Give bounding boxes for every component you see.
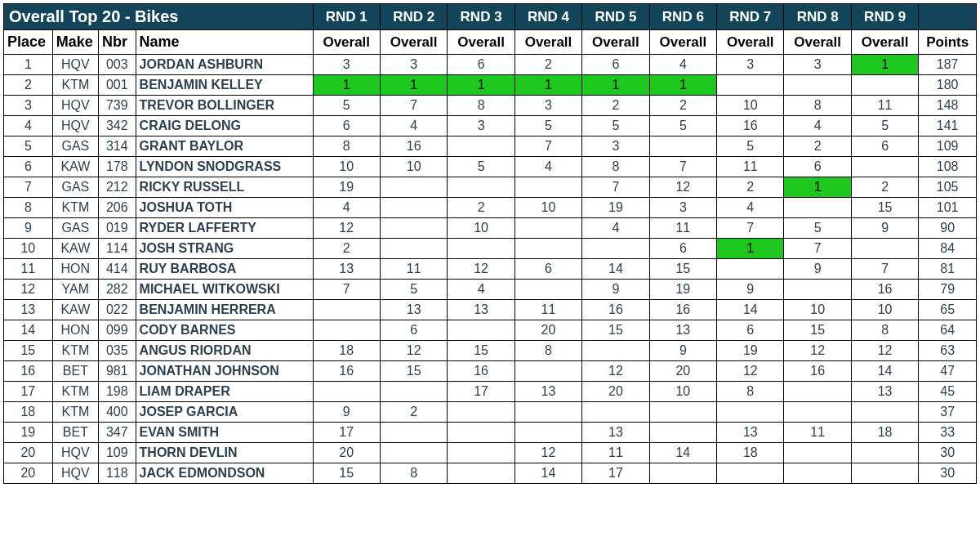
cell-rnd8 [784, 75, 851, 96]
cell-rnd6: 15 [649, 259, 716, 280]
cell-rnd7: 13 [717, 423, 784, 443]
cell-rnd9 [851, 463, 918, 484]
cell-rnd8 [784, 463, 851, 484]
cell-rnd2: 12 [380, 341, 447, 361]
cell-rnd2: 5 [380, 280, 447, 300]
cell-rnd9: 16 [851, 280, 918, 300]
cell-rnd1: 18 [313, 341, 380, 361]
cell-place: 7 [4, 177, 53, 198]
cell-rnd2 [380, 177, 447, 198]
table-row: 20HQV109THORN DEVLIN201211141830 [4, 443, 977, 463]
cell-rnd7: 10 [717, 96, 784, 116]
cell-make: KTM [52, 402, 98, 423]
cell-points: 101 [919, 198, 977, 218]
cell-points: 37 [919, 402, 977, 423]
cell-rnd9: 9 [851, 218, 918, 239]
cell-place: 16 [4, 361, 53, 382]
col-rnd4: RND 4 [514, 4, 581, 30]
cell-rnd9: 2 [851, 177, 918, 198]
cell-nbr: 099 [99, 320, 136, 341]
table-row: 9GAS019RYDER LAFFERTY121041175990 [4, 218, 977, 239]
cell-rnd9: 14 [851, 361, 918, 382]
cell-rnd2 [380, 198, 447, 218]
cell-rnd8: 5 [784, 218, 851, 239]
cell-points: 64 [919, 320, 977, 341]
cell-rnd4: 11 [514, 300, 581, 320]
cell-rnd8: 4 [784, 116, 851, 136]
table-row: 8KTM206JOSHUA TOTH4210193415101 [4, 198, 977, 218]
cell-nbr: 739 [99, 96, 136, 116]
cell-rnd6: 9 [649, 341, 716, 361]
cell-place: 20 [4, 463, 53, 484]
table-row: 2KTM001BENJAMIN KELLEY111111180 [4, 75, 977, 96]
cell-rnd3: 8 [448, 96, 514, 116]
col-rnd5: RND 5 [582, 4, 649, 30]
cell-rnd1: 15 [313, 463, 380, 484]
cell-rnd9: 15 [851, 198, 918, 218]
cell-rnd7: 14 [717, 300, 784, 320]
cell-name: JOSH STRANG [136, 239, 313, 259]
col-name: Name [136, 30, 313, 55]
cell-place: 5 [4, 136, 53, 157]
cell-nbr: 414 [99, 259, 136, 280]
cell-rnd7: 12 [717, 361, 784, 382]
cell-rnd6: 2 [649, 96, 716, 116]
cell-rnd5: 17 [582, 463, 649, 484]
cell-rnd3 [448, 443, 514, 463]
col-rnd7: RND 7 [717, 4, 784, 30]
cell-rnd2: 10 [380, 157, 447, 177]
cell-place: 10 [4, 239, 53, 259]
cell-make: KAW [52, 300, 98, 320]
cell-place: 9 [4, 218, 53, 239]
cell-rnd5: 20 [582, 382, 649, 402]
cell-points: 65 [919, 300, 977, 320]
cell-rnd5: 15 [582, 320, 649, 341]
cell-points: 187 [919, 55, 977, 75]
cell-rnd2 [380, 239, 447, 259]
cell-points: 84 [919, 239, 977, 259]
cell-rnd6: 4 [649, 55, 716, 75]
col-rnd3: RND 3 [448, 4, 514, 30]
cell-points: 33 [919, 423, 977, 443]
table-row: 4HQV342CRAIG DELONG6435551645141 [4, 116, 977, 136]
cell-rnd1: 20 [313, 443, 380, 463]
cell-points: 81 [919, 259, 977, 280]
cell-rnd7: 4 [717, 198, 784, 218]
cell-name: RUY BARBOSA [136, 259, 313, 280]
cell-rnd3: 5 [448, 157, 514, 177]
cell-rnd1: 8 [313, 136, 380, 157]
cell-rnd3: 3 [448, 116, 514, 136]
cell-rnd3 [448, 320, 514, 341]
cell-rnd4: 10 [514, 198, 581, 218]
cell-rnd6: 19 [649, 280, 716, 300]
cell-rnd6: 12 [649, 177, 716, 198]
cell-rnd6: 6 [649, 239, 716, 259]
cell-points: 30 [919, 463, 977, 484]
col-place: Place [4, 30, 53, 55]
cell-rnd6: 13 [649, 320, 716, 341]
cell-rnd2 [380, 218, 447, 239]
cell-rnd7: 5 [717, 136, 784, 157]
cell-rnd4: 7 [514, 136, 581, 157]
cell-make: KTM [52, 382, 98, 402]
col-points-top [919, 4, 977, 30]
cell-rnd7 [717, 463, 784, 484]
cell-nbr: 314 [99, 136, 136, 157]
cell-rnd5: 4 [582, 218, 649, 239]
table-row: 7GAS212RICKY RUSSELL19712212105 [4, 177, 977, 198]
table-body: 1HQV003JORDAN ASHBURN3362643311872KTM001… [4, 55, 977, 484]
cell-nbr: 206 [99, 198, 136, 218]
cell-rnd9: 11 [851, 96, 918, 116]
cell-rnd5 [582, 239, 649, 259]
cell-rnd2 [380, 423, 447, 443]
cell-make: GAS [52, 218, 98, 239]
cell-rnd6: 7 [649, 157, 716, 177]
col-nbr: Nbr [99, 30, 136, 55]
cell-rnd3 [448, 423, 514, 443]
cell-rnd3 [448, 463, 514, 484]
cell-rnd8 [784, 198, 851, 218]
cell-place: 14 [4, 320, 53, 341]
cell-rnd9: 1 [851, 55, 918, 75]
cell-rnd8: 11 [784, 423, 851, 443]
cell-rnd8 [784, 280, 851, 300]
